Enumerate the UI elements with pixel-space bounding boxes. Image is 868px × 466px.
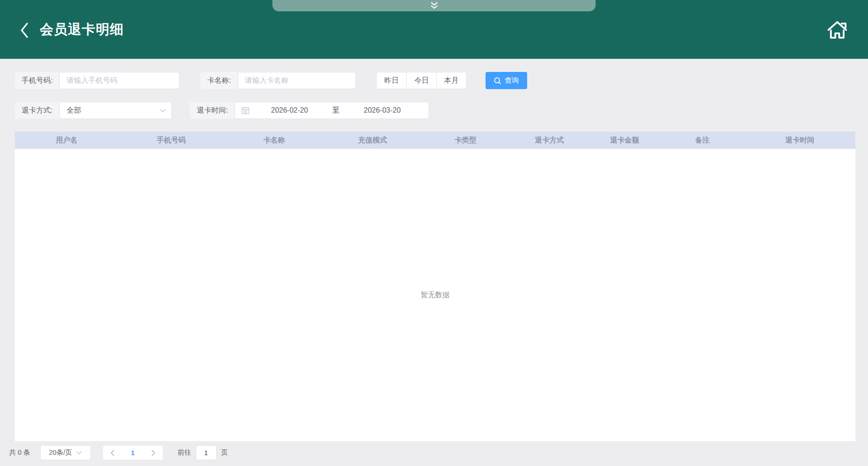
column-header-remark: 备注: [660, 136, 745, 145]
phone-input-box: [59, 72, 179, 89]
card-name-filter-group: 卡名称:: [200, 72, 355, 89]
column-header-phone: 手机号码: [118, 136, 224, 145]
chevron-left-icon: [110, 450, 114, 456]
today-button[interactable]: 今日: [406, 72, 436, 89]
date-end-value: 2026-03-20: [342, 106, 422, 114]
phone-filter-group: 手机号码:: [15, 72, 179, 89]
column-header-card-type: 卡类型: [421, 136, 510, 145]
column-header-refund-time: 退卡时间: [745, 136, 855, 145]
card-name-input[interactable]: [245, 76, 349, 85]
refund-time-filter-group: 退卡时间: 2026-02-20 至 2026-03-20: [190, 102, 429, 119]
column-header-card-name: 卡名称: [224, 136, 324, 145]
page-size-select[interactable]: 20条/页: [40, 445, 91, 460]
goto-label: 前往: [178, 448, 191, 457]
next-page-button[interactable]: [151, 450, 156, 456]
total-count-text: 共 0 条: [9, 448, 30, 457]
date-separator: 至: [330, 106, 342, 115]
card-name-input-box: [238, 72, 356, 89]
calendar-icon: [241, 106, 250, 114]
back-button[interactable]: [19, 22, 30, 39]
goto-suffix: 页: [221, 448, 228, 457]
goto-page-group: 前往 页: [178, 445, 228, 460]
refund-method-filter-group: 退卡方式: 全部: [15, 102, 172, 119]
collapse-handle[interactable]: [273, 0, 596, 11]
column-header-username: 用户名: [15, 136, 118, 145]
chevron-down-icon: [76, 451, 82, 455]
column-header-recharge-mode: 充值模式: [324, 136, 421, 145]
double-chevron-down-icon: [428, 1, 440, 10]
home-button[interactable]: [826, 18, 849, 41]
refund-table: 用户名 手机号码 卡名称 充值模式 卡类型 退卡方式 退卡金额 备注 退卡时间 …: [15, 132, 855, 441]
phone-label: 手机号码:: [15, 72, 59, 89]
search-button[interactable]: 查询: [486, 72, 527, 89]
refund-time-label: 退卡时间:: [190, 102, 234, 119]
search-button-label: 查询: [505, 76, 519, 86]
filter-panel: 手机号码: 卡名称: 昨日 今日 本月 查询 退卡方式:: [0, 59, 868, 119]
chevron-right-icon: [151, 450, 156, 456]
yesterday-button[interactable]: 昨日: [377, 72, 406, 89]
table-header-row: 用户名 手机号码 卡名称 充值模式 卡类型 退卡方式 退卡金额 备注 退卡时间: [15, 132, 855, 149]
chevron-down-icon: [160, 109, 166, 113]
pagination-bar: 共 0 条 20条/页 1 前往 页: [0, 441, 868, 464]
this-month-button[interactable]: 本月: [436, 72, 466, 89]
search-icon: [494, 77, 501, 85]
pager: 1: [103, 445, 163, 460]
phone-input[interactable]: [66, 76, 172, 85]
column-header-refund-amount: 退卡金额: [589, 136, 660, 145]
quick-date-button-group: 昨日 今日 本月: [376, 72, 467, 89]
refund-method-select[interactable]: 全部: [59, 102, 172, 119]
table-body: 暂无数据: [15, 149, 855, 441]
empty-state-text: 暂无数据: [421, 290, 450, 300]
date-range-picker[interactable]: 2026-02-20 至 2026-03-20: [235, 102, 429, 119]
current-page-number[interactable]: 1: [131, 449, 135, 456]
filter-row-2: 退卡方式: 全部 退卡时间: 2026-02-20 至 2026-03-20: [15, 102, 853, 119]
back-chevron-icon: [19, 22, 30, 39]
refund-method-label: 退卡方式:: [15, 102, 59, 119]
column-header-refund-method: 退卡方式: [510, 136, 589, 145]
date-start-value: 2026-02-20: [250, 106, 330, 114]
goto-page-input[interactable]: [196, 445, 217, 460]
filter-row-1: 手机号码: 卡名称: 昨日 今日 本月 查询: [15, 72, 853, 89]
home-icon: [826, 18, 849, 41]
card-name-label: 卡名称:: [200, 72, 237, 89]
page-title: 会员退卡明细: [40, 20, 124, 39]
prev-page-button[interactable]: [110, 450, 114, 456]
refund-method-value: 全部: [66, 106, 81, 115]
page-size-value: 20条/页: [49, 448, 72, 457]
